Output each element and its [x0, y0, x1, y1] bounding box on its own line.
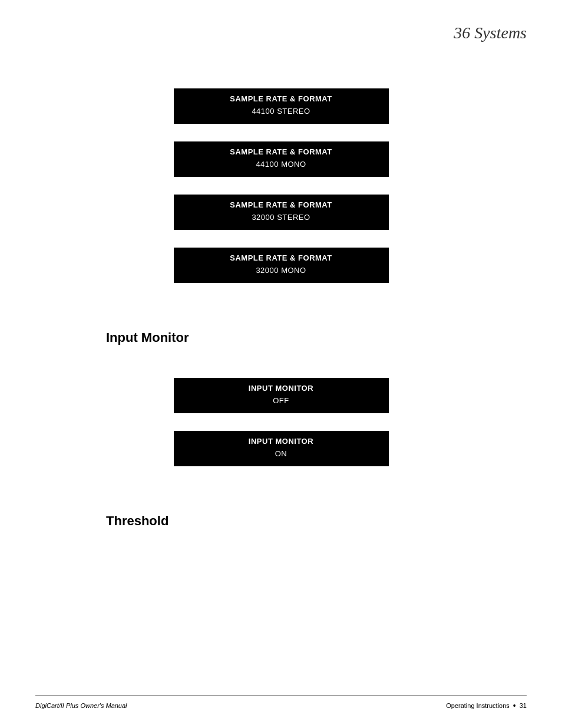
- input-monitor-off-label: INPUT MONITOR: [183, 384, 380, 393]
- sample-rate-32000-stereo-value: 32000 STEREO: [183, 213, 380, 222]
- sample-rate-32000-mono-label: SAMPLE RATE & FORMAT: [183, 253, 380, 262]
- sample-rate-32000-mono-block: SAMPLE RATE & FORMAT 32000 MONO: [174, 248, 389, 283]
- input-monitor-off-value: OFF: [183, 396, 380, 405]
- input-monitor-on-block: INPUT MONITOR ON: [174, 431, 389, 466]
- footer-page-number: 31: [520, 702, 527, 709]
- footer-page-info: Operating Instructions • 31: [446, 701, 527, 710]
- input-monitor-on-label: INPUT MONITOR: [183, 437, 380, 446]
- input-monitor-heading: Input Monitor: [106, 330, 518, 345]
- sample-rate-32000-stereo-label: SAMPLE RATE & FORMAT: [183, 200, 380, 209]
- sample-rate-44100-stereo-value: 44100 STEREO: [183, 107, 380, 116]
- sample-rate-44100-mono-label: SAMPLE RATE & FORMAT: [183, 147, 380, 156]
- sample-rate-32000-stereo-block: SAMPLE RATE & FORMAT 32000 STEREO: [174, 195, 389, 230]
- threshold-heading: Threshold: [106, 513, 518, 529]
- input-monitor-on-value: ON: [183, 449, 380, 458]
- footer-bullet: •: [513, 701, 516, 710]
- sample-rate-44100-stereo-block: SAMPLE RATE & FORMAT 44100 STEREO: [174, 88, 389, 124]
- footer-operating-instructions: Operating Instructions: [446, 702, 510, 709]
- sample-rate-44100-mono-block: SAMPLE RATE & FORMAT 44100 MONO: [174, 141, 389, 177]
- footer: DigiCart/II Plus Owner's Manual Operatin…: [35, 696, 527, 710]
- logo: 36 Systems: [454, 24, 527, 42]
- footer-manual-title: DigiCart/II Plus Owner's Manual: [35, 702, 127, 709]
- content-area: SAMPLE RATE & FORMAT 44100 STEREO SAMPLE…: [35, 24, 527, 529]
- input-monitor-off-block: INPUT MONITOR OFF: [174, 378, 389, 413]
- page: 36 Systems SAMPLE RATE & FORMAT 44100 ST…: [0, 0, 562, 728]
- sample-rate-44100-mono-value: 44100 MONO: [183, 160, 380, 169]
- sample-rate-32000-mono-value: 32000 MONO: [183, 266, 380, 275]
- sample-rate-44100-stereo-label: SAMPLE RATE & FORMAT: [183, 94, 380, 103]
- logo-text: 36 Systems: [454, 24, 527, 42]
